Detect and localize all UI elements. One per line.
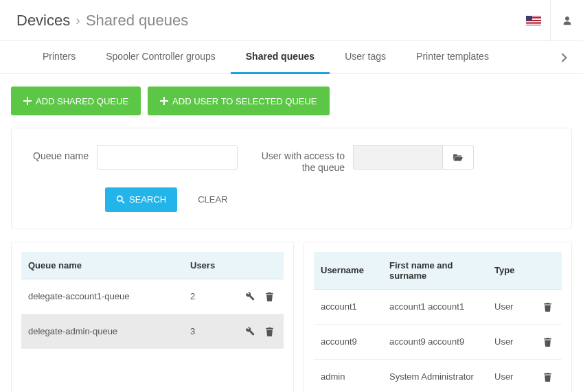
- tables-row: Queue name Users delegate-account1-queue…: [11, 242, 572, 392]
- wrench-icon: [245, 292, 255, 301]
- users-table: Username First name and surname Type acc…: [314, 252, 562, 392]
- col-actions: [231, 252, 284, 279]
- breadcrumb-root[interactable]: Devices: [16, 12, 70, 30]
- cell-type: User: [488, 324, 529, 359]
- trash-icon: [265, 327, 274, 336]
- button-label: SEARCH: [129, 194, 166, 205]
- col-actions: [529, 252, 562, 290]
- cell-fullname: account1 account1: [382, 289, 488, 324]
- queue-name-input[interactable]: [97, 145, 238, 170]
- trash-icon: [265, 292, 274, 301]
- tab-printers[interactable]: Printers: [27, 41, 91, 74]
- table-row[interactable]: adminSystem AdministratorUser: [314, 359, 562, 392]
- user-access-input[interactable]: [353, 145, 442, 170]
- cell-type: User: [488, 289, 529, 324]
- browse-user-button[interactable]: [442, 145, 474, 170]
- tab-spooler-controller-groups[interactable]: Spooler Controller groups: [91, 41, 231, 74]
- delete-button[interactable]: [540, 299, 555, 314]
- delete-button[interactable]: [540, 369, 555, 384]
- cell-type: User: [488, 359, 529, 392]
- delete-button[interactable]: [262, 289, 277, 304]
- cell-users: 3: [183, 314, 231, 349]
- svg-point-0: [117, 196, 122, 201]
- cell-fullname: account9 account9: [382, 324, 488, 359]
- cell-fullname: System Administrator: [382, 359, 488, 392]
- col-users[interactable]: Users: [183, 252, 231, 279]
- edit-button[interactable]: [242, 289, 258, 304]
- button-label: ADD SHARED QUEUE: [36, 96, 128, 106]
- wrench-icon: [245, 327, 255, 336]
- trash-icon: [543, 337, 552, 347]
- table-row[interactable]: delegate-admin-queue3: [21, 314, 284, 349]
- tab-user-tags[interactable]: User tags: [330, 41, 401, 74]
- add-shared-queue-button[interactable]: ADD SHARED QUEUE: [11, 87, 141, 115]
- cell-users: 2: [183, 279, 231, 314]
- col-username[interactable]: Username: [314, 252, 382, 290]
- col-type[interactable]: Type: [488, 252, 529, 290]
- table-row[interactable]: delegate-account1-queue2: [21, 279, 284, 314]
- topbar-right: [517, 0, 583, 41]
- add-user-to-queue-button[interactable]: ADD USER TO SELECTED QUEUE: [148, 87, 329, 115]
- cell-username: account1: [314, 289, 382, 324]
- delete-button[interactable]: [262, 324, 277, 339]
- chevron-right-icon: [561, 53, 568, 62]
- trash-icon: [543, 372, 552, 382]
- tabs-next-icon[interactable]: [561, 53, 568, 62]
- us-flag-icon: [526, 16, 541, 25]
- cell-username: admin: [314, 359, 382, 392]
- tab-printer-templates[interactable]: Printer templates: [401, 41, 504, 74]
- edit-button[interactable]: [242, 324, 258, 339]
- cell-username: account9: [314, 324, 382, 359]
- filter-label: User with access to the queue: [250, 145, 353, 174]
- table-row[interactable]: account9account9 account9User: [314, 324, 562, 359]
- breadcrumb: Devices › Shared queues: [16, 12, 188, 30]
- filter-user-access: User with access to the queue: [250, 145, 474, 174]
- locale-button[interactable]: [517, 0, 550, 41]
- tabs: PrintersSpooler Controller groupsShared …: [0, 41, 583, 74]
- users-table-card: Username First name and surname Type acc…: [304, 242, 572, 392]
- search-button[interactable]: SEARCH: [105, 187, 177, 212]
- breadcrumb-sub: Shared queues: [86, 12, 188, 30]
- plus-icon: [160, 97, 168, 105]
- cell-queue-name: delegate-admin-queue: [21, 314, 183, 349]
- button-label: ADD USER TO SELECTED QUEUE: [172, 96, 317, 106]
- action-row: ADD SHARED QUEUE ADD USER TO SELECTED QU…: [0, 74, 583, 128]
- filter-label: Queue name: [28, 145, 97, 162]
- delete-button[interactable]: [540, 334, 555, 349]
- queues-table-card: Queue name Users delegate-account1-queue…: [11, 242, 294, 392]
- user-menu-button[interactable]: [550, 0, 583, 41]
- topbar: Devices › Shared queues: [0, 0, 583, 41]
- plus-icon: [23, 97, 32, 105]
- clear-button[interactable]: CLEAR: [185, 187, 240, 212]
- chevron-right-icon: ›: [76, 12, 80, 28]
- table-row[interactable]: account1account1 account1User: [314, 289, 562, 324]
- col-fullname[interactable]: First name and surname: [382, 252, 488, 290]
- button-label: CLEAR: [198, 194, 227, 205]
- col-queue-name[interactable]: Queue name: [21, 252, 183, 279]
- cell-queue-name: delegate-account1-queue: [21, 279, 183, 314]
- user-icon: [562, 16, 572, 25]
- queues-table: Queue name Users delegate-account1-queue…: [21, 252, 284, 349]
- filter-panel: Queue name User with access to the queue…: [11, 128, 572, 229]
- trash-icon: [543, 302, 552, 312]
- tab-shared-queues[interactable]: Shared queues: [231, 41, 330, 74]
- search-icon: [116, 195, 125, 204]
- folder-open-icon: [453, 153, 463, 161]
- filter-queue-name: Queue name: [28, 145, 238, 170]
